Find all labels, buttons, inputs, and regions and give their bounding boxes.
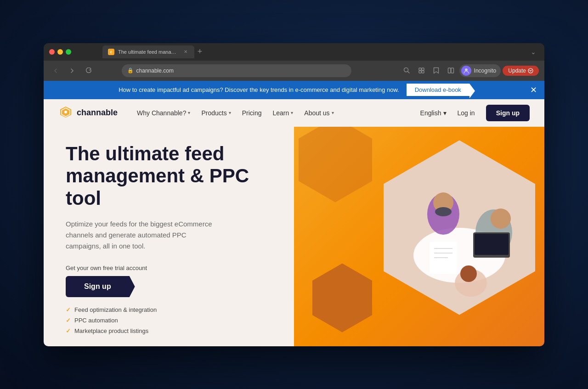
team-photo-hex xyxy=(384,141,535,315)
toolbar-icons: Incognito Update xyxy=(401,64,539,77)
minimize-window-button[interactable] xyxy=(57,49,63,55)
hero-left: The ultimate feed management & PPC tool … xyxy=(44,127,294,346)
profile-button[interactable]: Incognito xyxy=(459,64,501,77)
close-window-button[interactable] xyxy=(49,49,55,55)
svg-rect-5 xyxy=(419,71,421,73)
feature-item-3: ✓ Marketplace product listings xyxy=(66,327,276,334)
trial-label: Get your own free trial account xyxy=(66,265,276,271)
promo-banner: How to create impactful ad campaigns? Di… xyxy=(44,81,544,99)
url-text: channable.com xyxy=(136,68,174,74)
download-ebook-button[interactable]: Download e-book xyxy=(407,84,469,96)
update-button[interactable]: Update xyxy=(503,66,539,76)
svg-rect-3 xyxy=(419,68,421,70)
main-nav: channable Why Channable? ▾ Products ▾ Pr… xyxy=(44,99,544,127)
tab-close-button[interactable]: ✕ xyxy=(182,49,189,55)
logo[interactable]: channable xyxy=(58,106,118,120)
nav-signup-button[interactable]: Sign up xyxy=(486,105,530,121)
chevron-down-icon: ▾ xyxy=(229,110,231,115)
feature-item-2: ✓ PPC automation xyxy=(66,317,276,324)
nav-pricing[interactable]: Pricing xyxy=(237,107,266,119)
nav-links: Why Channable? ▾ Products ▾ Pricing Lear… xyxy=(132,107,420,119)
logo-text: channable xyxy=(77,108,118,118)
svg-point-10 xyxy=(528,68,533,73)
svg-rect-24 xyxy=(475,234,509,255)
banner-close-button[interactable]: ✕ xyxy=(530,85,537,95)
chevron-down-icon: ▾ xyxy=(291,110,293,115)
svg-rect-7 xyxy=(448,68,451,73)
language-selector[interactable]: English ▾ xyxy=(420,109,447,117)
banner-text: How to create impactful ad campaigns? Di… xyxy=(119,86,399,93)
address-bar: 🔒 channable.com xyxy=(44,61,544,81)
browser-window: c The ultimate feed managemen ✕ + ⌄ xyxy=(44,43,544,346)
hero-section: The ultimate feed management & PPC tool … xyxy=(44,127,544,346)
browser-tab-active[interactable]: c The ultimate feed managemen ✕ xyxy=(102,45,194,58)
svg-text:c: c xyxy=(110,50,112,54)
window-controls-right: ⌄ xyxy=(528,46,539,57)
website-content: How to create impactful ad campaigns? Di… xyxy=(44,81,544,346)
profile-avatar xyxy=(461,66,471,76)
chevron-down-icon: ▾ xyxy=(443,109,447,117)
profile-name: Incognito xyxy=(474,68,497,74)
channable-logo-icon xyxy=(58,106,73,120)
checkmark-icon: ✓ xyxy=(66,317,71,324)
back-button[interactable] xyxy=(49,64,62,77)
search-icon[interactable] xyxy=(401,64,413,77)
nav-products[interactable]: Products ▾ xyxy=(197,107,235,119)
forward-button[interactable] xyxy=(66,64,79,77)
svg-point-9 xyxy=(465,68,468,71)
maximize-window-button[interactable] xyxy=(66,49,71,55)
svg-point-20 xyxy=(491,209,511,229)
nav-why-channable[interactable]: Why Channable? ▾ xyxy=(132,107,195,119)
tab-bar: c The ultimate feed managemen ✕ + xyxy=(75,45,524,58)
checkmark-icon: ✓ xyxy=(66,327,71,334)
login-button[interactable]: Log in xyxy=(452,107,481,119)
feature-item-1: ✓ Feed optimization & integration xyxy=(66,306,276,313)
window-chevron-down[interactable]: ⌄ xyxy=(528,46,539,57)
tab-favicon: c xyxy=(108,49,114,55)
chevron-down-icon: ▾ xyxy=(188,110,190,115)
address-input[interactable]: 🔒 channable.com xyxy=(122,64,351,77)
browser-chrome: c The ultimate feed managemen ✕ + ⌄ xyxy=(44,43,544,81)
nav-learn[interactable]: Learn ▾ xyxy=(268,107,298,119)
svg-rect-6 xyxy=(422,71,424,73)
svg-point-13 xyxy=(64,111,67,113)
hero-signup-button[interactable]: Sign up xyxy=(66,276,135,297)
svg-rect-4 xyxy=(422,68,424,70)
tab-title: The ultimate feed managemen xyxy=(118,49,179,55)
chevron-down-icon: ▾ xyxy=(332,110,334,115)
features-list: ✓ Feed optimization & integration ✓ PPC … xyxy=(66,306,276,334)
new-tab-button[interactable]: + xyxy=(194,46,205,57)
browser-titlebar: c The ultimate feed managemen ✕ + ⌄ xyxy=(44,43,544,61)
svg-rect-8 xyxy=(451,68,454,73)
bookmark-icon[interactable] xyxy=(430,64,443,77)
hero-title: The ultimate feed management & PPC tool xyxy=(66,143,276,209)
hex-decoration-top xyxy=(299,127,372,203)
lock-icon: 🔒 xyxy=(127,68,134,73)
nav-right: English ▾ Log in Sign up xyxy=(420,105,530,121)
hero-right xyxy=(294,127,544,346)
svg-point-22 xyxy=(460,265,477,282)
extensions-icon[interactable] xyxy=(415,64,428,77)
hero-subtitle: Optimize your feeds for the biggest eCom… xyxy=(66,219,222,252)
hex-decoration-bottom xyxy=(312,264,372,333)
reading-view-icon[interactable] xyxy=(445,64,458,77)
nav-about-us[interactable]: About us ▾ xyxy=(300,107,338,119)
hero-illustration xyxy=(294,127,544,346)
checkmark-icon: ✓ xyxy=(66,306,71,313)
traffic-lights xyxy=(49,49,71,55)
reload-button[interactable] xyxy=(82,64,95,77)
svg-point-18 xyxy=(435,207,452,216)
